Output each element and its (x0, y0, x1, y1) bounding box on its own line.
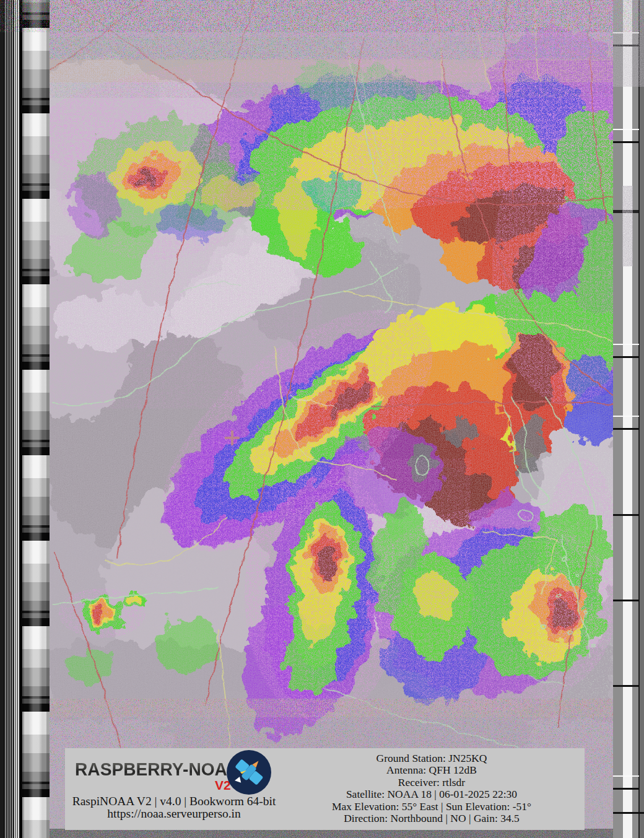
raspberry-noaa-logo: RASPBERRY-NOAA V2 (69, 749, 279, 794)
logo-title: RASPBERRY-NOAA (75, 759, 240, 780)
receiver-line: Receiver: rtlsdr (283, 777, 580, 788)
satellite-line: Satellite: NOAA 18 | 06-01-2025 22:30 (283, 788, 580, 800)
top-edge-noise (0, 0, 644, 32)
satellite-image (0, 0, 644, 838)
version-line: RaspiNOAA V2 | v4.0 | Bookworm 64-bit (72, 795, 276, 808)
antenna-line: Antenna: QFH 12dB (283, 764, 580, 776)
right-bar-noise-top (613, 0, 644, 87)
direction-line: Direction: Northbound | NO | Gain: 34.5 (283, 813, 580, 824)
ground-station-line: Ground Station: JN25KQ (283, 753, 580, 764)
right-stripe-dirt (622, 186, 633, 266)
grain-overlay (50, 0, 613, 838)
station-url: https://noaa.serveurperso.in (69, 808, 279, 820)
footer-left-column: RASPBERRY-NOAA V2 RaspiNOAA V2 | v4.0 | … (69, 749, 279, 820)
footer-info-panel: RASPBERRY-NOAA V2 RaspiNOAA V2 | v4.0 | … (65, 748, 585, 830)
satellite-icon (226, 749, 272, 795)
apt-satellite-screenshot: RASPBERRY-NOAA V2 RaspiNOAA V2 | v4.0 | … (0, 0, 644, 838)
elevation-line: Max Elevation: 55° East | Sun Elevation:… (283, 801, 580, 813)
station-info: Ground Station: JN25KQ Antenna: QFH 12dB… (283, 753, 580, 824)
